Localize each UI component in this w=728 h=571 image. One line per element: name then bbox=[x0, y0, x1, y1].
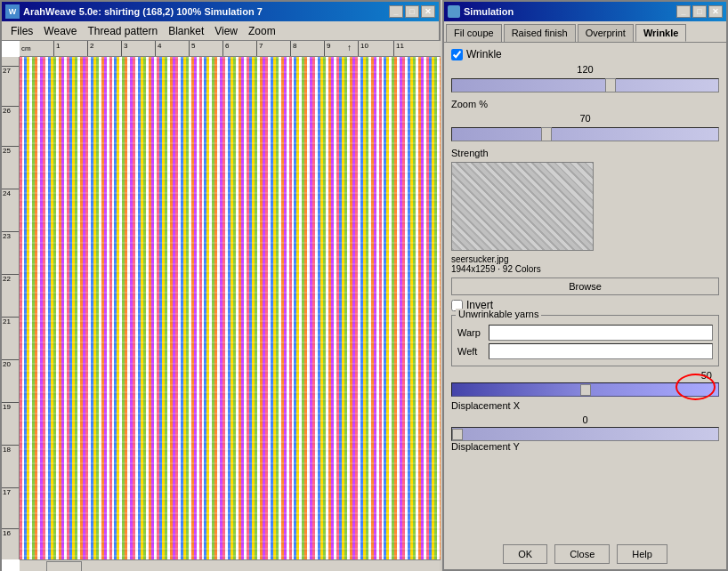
displacement-x-container: 50 Displacement X bbox=[451, 370, 719, 411]
ruler-unit: cm bbox=[21, 44, 31, 52]
sim-maximize[interactable]: □ bbox=[692, 5, 707, 18]
displacement-y-value: 0 bbox=[451, 414, 719, 425]
app-icon: W bbox=[5, 4, 20, 19]
ruler-mark-v-25: 25 bbox=[2, 146, 19, 155]
ruler-mark-7: 7 bbox=[256, 41, 263, 56]
wrinkle-slider[interactable] bbox=[451, 78, 719, 92]
ruler-mark-v-26: 26 bbox=[2, 106, 19, 115]
displacement-x-value: 50 bbox=[451, 370, 712, 381]
ruler-mark-2: 2 bbox=[87, 41, 93, 56]
weft-row: Weft bbox=[457, 343, 713, 359]
ruler-mark-9: 9 bbox=[324, 41, 330, 56]
browse-button[interactable]: Browse bbox=[451, 277, 719, 295]
ruler-mark-5: 5 bbox=[189, 41, 195, 56]
displacement-y-thumb[interactable] bbox=[452, 429, 463, 440]
image-preview bbox=[451, 162, 594, 251]
warp-label: Warp bbox=[457, 327, 489, 338]
menu-blanket[interactable]: Blanket bbox=[163, 23, 209, 39]
warp-input[interactable] bbox=[489, 325, 713, 341]
strength-label: Strength bbox=[451, 148, 719, 158]
ruler-mark-1: 1 bbox=[53, 41, 60, 56]
tab-fil-coupe[interactable]: Fil coupe bbox=[446, 24, 502, 42]
ruler-mark-11: 11 bbox=[393, 41, 404, 56]
sim-content: Wrinkle 120 Zoom % 70 Strength seersucke… bbox=[444, 43, 726, 550]
wrinkle-value: 120 bbox=[451, 64, 719, 75]
sim-title: Simulation bbox=[464, 6, 514, 17]
displacement-x-thumb[interactable] bbox=[580, 384, 591, 396]
ruler-mark-10: 10 bbox=[358, 41, 368, 56]
tabs-bar: Fil coupe Raised finish Overprint Wrinkl… bbox=[444, 21, 726, 43]
ruler-mark-v-18: 18 bbox=[2, 445, 19, 454]
ruler-mark-v-24: 24 bbox=[2, 189, 19, 197]
scroll-thumb[interactable] bbox=[46, 561, 82, 571]
fabric-canvas bbox=[20, 57, 441, 559]
menubar: Files Weave Thread pattern Blanket View … bbox=[2, 21, 439, 41]
displacement-y-container: 0 Displacement Y bbox=[451, 414, 719, 452]
zoom-label: Zoom % bbox=[451, 99, 719, 109]
ruler-mark-6: 6 bbox=[222, 41, 229, 56]
wrinkle-checkbox[interactable] bbox=[451, 49, 463, 60]
cursor-indicator: ↑ bbox=[347, 43, 352, 52]
ruler-top: cm 1 2 3 4 5 6 7 8 9 10 11 ↑ bbox=[20, 41, 441, 57]
ruler-mark-4: 4 bbox=[155, 41, 161, 56]
ruler-mark-v-20: 20 bbox=[2, 359, 19, 368]
minimize-button[interactable]: _ bbox=[389, 5, 403, 18]
sim-close[interactable]: ✕ bbox=[708, 5, 723, 18]
group-title: Unwrinkable yarns bbox=[456, 309, 541, 319]
close-button-sim[interactable]: Close bbox=[554, 544, 610, 564]
sim-icon bbox=[448, 5, 460, 18]
maximize-button[interactable]: □ bbox=[405, 5, 419, 18]
simulation-panel: Simulation _ □ ✕ Fil coupe Raised finish… bbox=[442, 0, 728, 571]
canvas-area: cm 1 2 3 4 5 6 7 8 9 10 11 ↑ 27 26 bbox=[2, 41, 441, 571]
close-button[interactable]: ✕ bbox=[421, 5, 435, 18]
sim-window-controls: _ □ ✕ bbox=[676, 5, 723, 18]
displacement-y-slider-bg bbox=[451, 427, 719, 441]
fabric-texture bbox=[20, 57, 441, 559]
ruler-mark-v-23: 23 bbox=[2, 231, 19, 240]
warp-row: Warp bbox=[457, 325, 713, 341]
wrinkle-label: Wrinkle bbox=[466, 48, 502, 60]
sim-minimize[interactable]: _ bbox=[676, 5, 691, 18]
weft-input[interactable] bbox=[489, 343, 713, 359]
zoom-slider-container: 70 bbox=[451, 113, 719, 144]
bottom-buttons: OK Close Help bbox=[444, 544, 726, 564]
menu-view[interactable]: View bbox=[209, 23, 243, 39]
zoom-value: 70 bbox=[451, 113, 719, 124]
tab-wrinkle[interactable]: Wrinkle bbox=[635, 24, 687, 42]
displacement-x-label: Displacement X bbox=[451, 400, 719, 411]
unwrinkable-yarns-group: Unwrinkable yarns Warp Weft bbox=[451, 315, 719, 366]
zoom-slider[interactable] bbox=[451, 127, 719, 141]
main-window: W ArahWeave 5.0e: shirting (168,2) 100% … bbox=[0, 0, 441, 571]
ruler-mark-8: 8 bbox=[290, 41, 296, 56]
weft-label: Weft bbox=[457, 346, 489, 357]
menu-zoom[interactable]: Zoom bbox=[243, 23, 281, 39]
wrinkle-checkbox-row: Wrinkle bbox=[451, 48, 719, 60]
sim-title-bar: Simulation _ □ ✕ bbox=[444, 2, 726, 21]
displacement-y-label: Displacement Y bbox=[451, 441, 719, 452]
ruler-mark-v-21: 21 bbox=[2, 317, 19, 326]
ruler-mark-v-19: 19 bbox=[2, 402, 19, 411]
image-info: seersucker.jpg 1944x1259 · 92 Colors bbox=[451, 254, 719, 274]
help-button[interactable]: Help bbox=[617, 544, 667, 564]
ruler-mark-v-22: 22 bbox=[2, 274, 19, 283]
ruler-mark-v-16: 16 bbox=[2, 528, 19, 537]
tab-overprint[interactable]: Overprint bbox=[578, 24, 634, 42]
menu-weave[interactable]: Weave bbox=[38, 23, 82, 39]
main-window-controls: _ □ ✕ bbox=[389, 5, 435, 18]
main-title: ArahWeave 5.0e: shirting (168,2) 100% Si… bbox=[23, 6, 263, 17]
ruler-mark-v-17: 17 bbox=[2, 487, 19, 496]
ruler-mark-3: 3 bbox=[121, 41, 127, 56]
menu-files[interactable]: Files bbox=[5, 23, 38, 39]
scrollbar-bottom[interactable] bbox=[20, 559, 441, 571]
displacement-x-slider-bg bbox=[451, 382, 719, 397]
ruler-mark-v-27: 27 bbox=[2, 66, 19, 75]
ok-button[interactable]: OK bbox=[503, 544, 547, 564]
tab-raised-finish[interactable]: Raised finish bbox=[504, 24, 576, 42]
displacement-x-slider-track bbox=[451, 382, 719, 398]
menu-thread-pattern[interactable]: Thread pattern bbox=[82, 23, 163, 39]
main-title-bar: W ArahWeave 5.0e: shirting (168,2) 100% … bbox=[2, 2, 439, 21]
wrinkle-slider-container: 120 bbox=[451, 64, 719, 95]
ruler-left: 27 26 25 24 23 22 21 20 19 18 17 16 bbox=[2, 57, 20, 559]
